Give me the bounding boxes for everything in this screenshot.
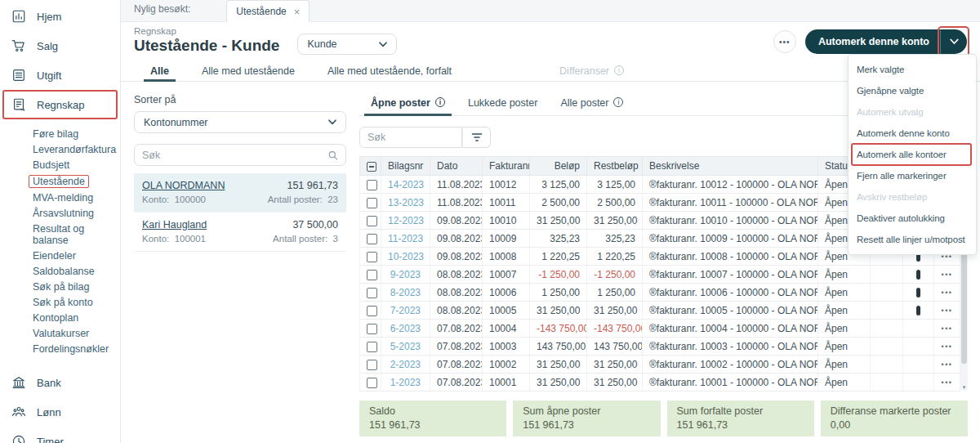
tab-alle-med-utestaende-forfalt[interactable]: Alle med utestående, forfalt [311, 58, 468, 81]
menu-item-resett-alle-linjer[interactable]: Resett alle linjer u/motpost [849, 229, 976, 250]
col-beskrivelse[interactable]: Beskrivelse [643, 157, 818, 176]
filter-button[interactable] [462, 127, 491, 148]
row-checkbox[interactable] [367, 306, 377, 316]
cell-select [360, 284, 381, 302]
menu-item-deaktiver-autolukking[interactable]: Deaktiver autolukking [849, 208, 976, 229]
row-checkbox[interactable] [367, 360, 377, 370]
bilagsnr-link[interactable]: 7-2023 [381, 302, 430, 320]
bilagsnr-link[interactable]: 10-2023 [381, 248, 430, 266]
sidebar-item-valutakurser[interactable]: Valutakurser [0, 325, 120, 341]
row-checkbox[interactable] [367, 180, 377, 190]
menu-item-automerk-denne-konto[interactable]: Automerk denne konto [849, 123, 976, 144]
row-checkbox[interactable] [367, 252, 377, 262]
row-menu-button[interactable]: ••• [934, 302, 960, 320]
sidebar-item-timer[interactable]: Timer [0, 427, 120, 443]
bilagsnr-link[interactable]: 8-2023 [381, 284, 430, 302]
col-dato[interactable]: Dato [430, 157, 483, 176]
account-row-kari-haugland[interactable]: Kari Haugland 37 500,00 Konto: 100001 An… [134, 213, 346, 252]
row-menu-button[interactable]: ••• [934, 374, 960, 392]
bilagsnr-link[interactable]: 5-2023 [381, 338, 430, 356]
close-icon[interactable]: × [294, 6, 301, 18]
account-name-link[interactable]: Kari Haugland [142, 219, 207, 230]
sidebar-item-lonn[interactable]: Lønn [0, 397, 120, 427]
scroll-down-icon[interactable]: ▾ [960, 384, 968, 391]
row-checkbox[interactable] [367, 378, 377, 388]
sort-select[interactable]: Kontonummer [134, 111, 346, 133]
accounts-search-input[interactable] [142, 150, 327, 161]
account-amount: 151 961,73 [287, 180, 338, 191]
sidebar-item-regnskap[interactable]: Regnskap [0, 90, 120, 119]
sidebar-item-fore-bilag[interactable]: Føre bilag [0, 126, 120, 141]
account-amount: 37 500,00 [292, 219, 338, 230]
account-name-link[interactable]: OLA NORDMANN [142, 180, 225, 191]
row-menu-button[interactable]: ••• [934, 284, 960, 302]
sidebar-item-eiendeler[interactable]: Eiendeler [0, 248, 120, 263]
tab-alle[interactable]: Alle [134, 58, 185, 81]
sidebar-item-saldobalanse[interactable]: Saldobalanse [0, 263, 120, 279]
row-menu-button[interactable]: ••• [934, 320, 960, 338]
sidebar-item-mva-melding[interactable]: MVA-melding [0, 190, 120, 205]
cell-status: Åpen [818, 302, 871, 320]
bilagsnr-link[interactable]: 14-2023 [381, 176, 430, 194]
bilagsnr-link[interactable]: 13-2023 [381, 194, 430, 212]
col-restbelop[interactable]: Restbeløp [587, 157, 643, 176]
menu-item-automerk-alle-kontoer[interactable]: Automerk alle kontoer [849, 144, 976, 165]
row-checkbox[interactable] [367, 234, 377, 244]
view-type-select[interactable]: Kunde [297, 34, 397, 55]
sidebar-item-sok-pa-bilag[interactable]: Søk på bilag [0, 279, 120, 294]
bilagsnr-link[interactable]: 6-2023 [381, 320, 430, 338]
automerk-split-button[interactable]: Automerk denne konto [805, 29, 967, 54]
sidebar-item-sok-pa-konto[interactable]: Søk på konto [0, 294, 120, 310]
sidebar-item-budsjett[interactable]: Budsjett [0, 157, 120, 172]
col-bilagsnr[interactable]: Bilagsnr [381, 157, 430, 176]
konto-value: 100000 [175, 195, 206, 204]
summary-saldo: Saldo 151 961,73 [359, 400, 506, 436]
menu-item-gjenapne-valgte[interactable]: Gjenåpne valgte [849, 80, 976, 101]
attachment-icon[interactable] [916, 288, 920, 298]
menu-item-merk-valgte[interactable]: Merk valgte [849, 59, 976, 80]
sidebar-item-utgift[interactable]: Utgift [0, 60, 120, 90]
tab-alle-poster[interactable]: Alle poster [549, 93, 635, 115]
sidebar-item-fordelingsnokler[interactable]: Fordelingsnøkler [0, 341, 120, 356]
menu-item-fjern-alle-markeringer[interactable]: Fjern alle markeringer [849, 165, 976, 186]
tab-apne-poster[interactable]: Åpne poster [359, 93, 457, 115]
row-checkbox[interactable] [367, 216, 377, 226]
sidebar-item-arsavslutning[interactable]: Årsavslutning [0, 205, 120, 221]
sidebar-item-kontoplan[interactable]: Kontoplan [0, 310, 120, 325]
col-fakturanr[interactable]: Fakturanr [483, 157, 530, 176]
cell-select [360, 194, 381, 212]
sidebar-item-leverandorfaktura[interactable]: Leverandørfaktura [0, 141, 120, 157]
sidebar-item-bank[interactable]: Bank [0, 368, 120, 397]
row-checkbox[interactable] [367, 324, 377, 334]
row-checkbox[interactable] [367, 198, 377, 208]
cell-restbelop: -143 750,00 [587, 320, 643, 338]
row-checkbox[interactable] [367, 270, 377, 280]
bilagsnr-link[interactable]: 2-2023 [381, 356, 430, 374]
bilagsnr-link[interactable]: 11-2023 [381, 230, 430, 248]
account-row-ola-nordmann[interactable]: OLA NORDMANN 151 961,73 Konto: 100000 An… [134, 173, 346, 213]
posts-search-input[interactable] [368, 132, 454, 143]
visited-tab-utestaende[interactable]: Utestående × [226, 0, 310, 22]
row-menu-button[interactable]: ••• [934, 338, 960, 356]
attachment-icon[interactable] [916, 306, 920, 315]
attachment-icon[interactable] [916, 270, 920, 280]
sidebar-item-resultat-og-balanse[interactable]: Resultat og balanse [0, 221, 120, 248]
row-menu-button[interactable]: ••• [934, 266, 960, 284]
tab-differanser[interactable]: Differanser [543, 58, 640, 81]
col-belop[interactable]: Beløp [530, 157, 587, 176]
bilagsnr-link[interactable]: 12-2023 [381, 212, 430, 230]
tab-alle-med-utestaende[interactable]: Alle med utestående [185, 58, 311, 81]
tab-lukkede-poster[interactable]: Lukkede poster [457, 93, 549, 115]
bilagsnr-link[interactable]: 1-2023 [381, 374, 430, 392]
row-menu-button[interactable]: ••• [934, 356, 960, 374]
bilagsnr-link[interactable]: 9-2023 [381, 266, 430, 284]
cell-fakturanr: 10009 [483, 230, 530, 248]
row-checkbox[interactable] [367, 288, 377, 298]
more-options-button[interactable]: ••• [773, 30, 796, 53]
sidebar-item-utestaende[interactable]: Utestående [0, 172, 120, 190]
sidebar-item-hjem[interactable]: Hjem [0, 2, 120, 31]
sidebar-item-salg[interactable]: Salg [0, 31, 120, 60]
split-button-caret[interactable] [940, 29, 967, 54]
row-checkbox[interactable] [367, 342, 377, 352]
select-all-icon[interactable] [367, 162, 376, 172]
